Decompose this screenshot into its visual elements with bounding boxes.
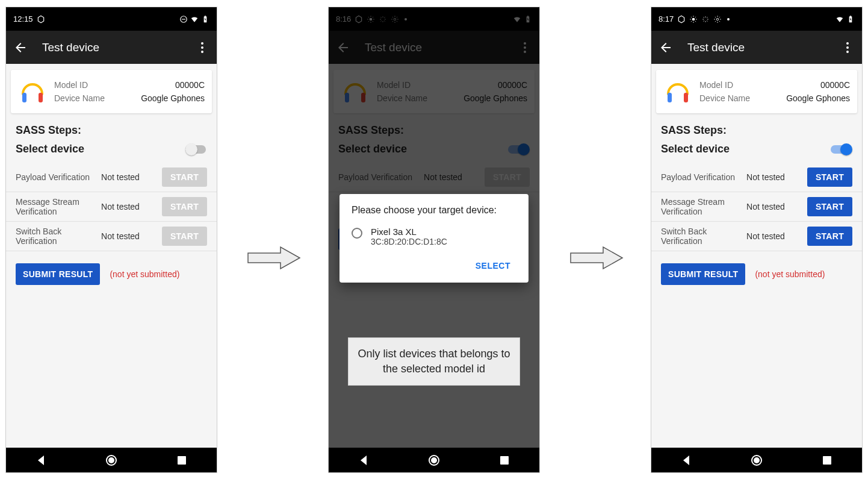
test-name: Message Stream Verification bbox=[16, 197, 96, 216]
submit-result-button[interactable]: SUBMIT RESULT bbox=[16, 263, 100, 285]
back-icon[interactable] bbox=[659, 40, 673, 55]
device-info-card: Model ID00000C Device NameGoogle Gphones bbox=[11, 70, 212, 113]
not-submitted-text: (not yet submitted) bbox=[755, 269, 825, 279]
content-area: Model ID00000C Device NameGoogle Gphones… bbox=[6, 64, 217, 448]
choose-device-dialog: Please choose your target device: Pixel … bbox=[339, 194, 529, 283]
content-area: Model ID00000C Device NameGoogle Gphones… bbox=[651, 64, 862, 448]
start-button[interactable]: START bbox=[807, 197, 852, 216]
wifi-icon bbox=[835, 15, 844, 23]
nav-back-icon[interactable] bbox=[34, 453, 48, 468]
test-status: Not tested bbox=[746, 231, 802, 241]
svg-point-32 bbox=[692, 17, 695, 20]
svg-rect-7 bbox=[22, 93, 26, 102]
hexagon-icon bbox=[677, 15, 686, 23]
circle-minus-icon bbox=[179, 15, 188, 23]
device-name-value: Google Gphones bbox=[141, 92, 205, 105]
nav-home-icon[interactable] bbox=[427, 453, 441, 468]
nav-bar bbox=[651, 448, 862, 472]
test-row-switch-back: Switch Back Verification Not tested STAR… bbox=[651, 222, 862, 251]
nav-back-icon[interactable] bbox=[679, 453, 693, 468]
select-device-label: Select device bbox=[16, 143, 84, 155]
status-bar: 8:17 bbox=[651, 7, 862, 31]
device-option[interactable]: Pixel 3a XL 3C:8D:20:DC:D1:8C bbox=[352, 224, 516, 254]
nav-home-icon[interactable] bbox=[104, 453, 119, 468]
radio-icon[interactable] bbox=[352, 228, 362, 239]
svg-rect-47 bbox=[668, 93, 672, 102]
battery-icon bbox=[201, 15, 209, 23]
test-status: Not tested bbox=[101, 172, 157, 182]
test-name: Message Stream Verification bbox=[661, 197, 742, 216]
start-button[interactable]: START bbox=[807, 167, 852, 187]
svg-line-39 bbox=[691, 20, 692, 21]
select-device-row: Select device bbox=[651, 139, 862, 163]
dot-icon bbox=[727, 18, 730, 20]
submit-row: SUBMIT RESULT (not yet submitted) bbox=[6, 251, 217, 297]
svg-line-38 bbox=[695, 20, 696, 21]
status-bar: 12:15 bbox=[6, 7, 217, 31]
svg-point-45 bbox=[846, 46, 849, 49]
svg-point-5 bbox=[201, 46, 203, 49]
start-button[interactable]: START bbox=[162, 227, 207, 246]
phone-screen-1: 12:15 Test device Model ID00000C Device … bbox=[5, 7, 217, 473]
gear-icon bbox=[713, 15, 722, 23]
wifi-icon bbox=[190, 15, 199, 23]
test-name: Payload Verification bbox=[661, 172, 742, 182]
test-status: Not tested bbox=[101, 231, 157, 241]
app-bar: Test device bbox=[651, 31, 862, 64]
headphone-icon bbox=[18, 77, 47, 106]
not-submitted-text: (not yet submitted) bbox=[110, 269, 179, 279]
status-time: 8:17 bbox=[659, 14, 674, 23]
sun-icon bbox=[689, 15, 698, 23]
start-button[interactable]: START bbox=[807, 227, 852, 246]
nav-recent-icon[interactable] bbox=[497, 453, 512, 468]
test-status: Not tested bbox=[746, 172, 802, 182]
device-option-mac: 3C:8D:20:DC:D1:8C bbox=[371, 237, 447, 246]
nav-recent-icon[interactable] bbox=[820, 453, 834, 468]
svg-rect-31 bbox=[500, 456, 509, 465]
overflow-menu-icon[interactable] bbox=[840, 40, 855, 55]
svg-point-30 bbox=[431, 457, 437, 463]
svg-rect-48 bbox=[684, 93, 688, 102]
svg-rect-51 bbox=[823, 456, 831, 465]
svg-rect-43 bbox=[850, 16, 851, 16]
caption-note: Only list devices that belongs to the se… bbox=[348, 337, 520, 386]
start-button[interactable]: START bbox=[162, 197, 207, 216]
headphone-icon bbox=[663, 77, 692, 106]
device-name-label: Device Name bbox=[699, 92, 750, 105]
svg-rect-3 bbox=[205, 16, 206, 16]
test-name: Payload Verification bbox=[16, 172, 96, 182]
svg-point-50 bbox=[754, 457, 760, 463]
nav-back-icon[interactable] bbox=[356, 453, 371, 468]
test-row-payload: Payload Verification Not tested START bbox=[6, 163, 217, 192]
test-row-message-stream: Message Stream Verification Not tested S… bbox=[651, 192, 862, 222]
select-device-toggle[interactable] bbox=[831, 143, 852, 155]
test-status: Not tested bbox=[746, 202, 802, 211]
start-button[interactable]: START bbox=[162, 167, 207, 187]
svg-point-46 bbox=[846, 51, 849, 53]
svg-rect-8 bbox=[39, 93, 43, 102]
nav-bar bbox=[6, 448, 217, 472]
select-device-toggle[interactable] bbox=[185, 143, 207, 155]
section-title: SASS Steps: bbox=[6, 119, 217, 139]
nav-home-icon[interactable] bbox=[749, 453, 764, 468]
hexagon-icon bbox=[37, 15, 45, 23]
device-info-card: Model ID00000C Device NameGoogle Gphones bbox=[656, 70, 857, 113]
battery-icon bbox=[846, 15, 855, 23]
dialog-title: Please choose your target device: bbox=[352, 205, 516, 216]
overflow-menu-icon[interactable] bbox=[195, 40, 209, 55]
svg-point-44 bbox=[846, 42, 849, 45]
nav-bar bbox=[329, 448, 539, 472]
phone-screen-3: 8:17 Test device Model ID00000C Device N… bbox=[651, 7, 863, 473]
flow-arrow-icon bbox=[247, 245, 302, 271]
select-button[interactable]: SELECT bbox=[470, 256, 516, 275]
section-title: SASS Steps: bbox=[651, 119, 862, 139]
svg-point-41 bbox=[717, 18, 719, 20]
nav-recent-icon[interactable] bbox=[175, 453, 189, 468]
model-id-value: 00000C bbox=[175, 78, 205, 92]
app-title: Test device bbox=[687, 41, 840, 54]
test-row-payload: Payload Verification Not tested START bbox=[651, 163, 862, 192]
test-name: Switch Back Verification bbox=[16, 227, 96, 246]
back-icon[interactable] bbox=[13, 40, 28, 55]
svg-point-6 bbox=[201, 51, 203, 53]
submit-result-button[interactable]: SUBMIT RESULT bbox=[661, 263, 745, 285]
